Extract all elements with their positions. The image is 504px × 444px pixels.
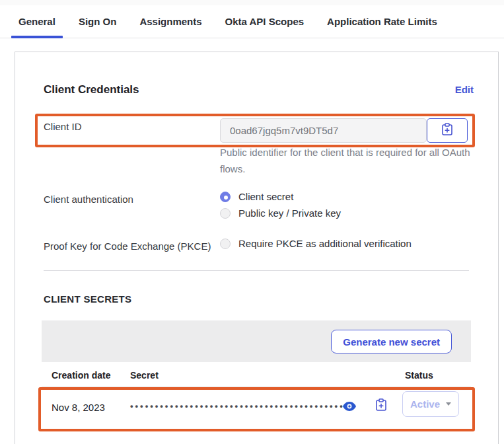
table-row: Nov 8, 2023 ••••••••••••••••••••••••••••… xyxy=(42,387,471,429)
checkbox-icon[interactable] xyxy=(220,239,231,249)
client-credentials-card: Client Credentials Edit Client ID Public… xyxy=(15,52,499,444)
clipboard-copy-icon xyxy=(441,123,453,138)
client-secrets-toolbar: Generate new secret xyxy=(42,320,471,362)
tab-application-rate-limits[interactable]: Application Rate Limits xyxy=(320,5,445,38)
client-secrets-heading: CLIENT SECRETS xyxy=(44,293,131,305)
section-title-client-credentials: Client Credentials xyxy=(44,83,139,96)
radio-client-secret[interactable]: Client secret xyxy=(220,188,341,205)
radio-button-icon[interactable] xyxy=(220,208,231,219)
tab-okta-api-scopes[interactable]: Okta API Scopes xyxy=(218,5,312,38)
radio-button-icon[interactable] xyxy=(220,192,231,202)
checkbox-require-pkce-label: Require PKCE as additional verification xyxy=(238,238,412,249)
okta-app-settings-page: General Sign On Assignments Okta API Sco… xyxy=(0,0,504,444)
pkce-option-group: Require PKCE as additional verification xyxy=(220,235,412,252)
app-tab-bar: General Sign On Assignments Okta API Sco… xyxy=(0,5,504,38)
secrets-table-header: Creation date Secret Status xyxy=(42,362,471,387)
copy-secret-button[interactable] xyxy=(373,397,390,414)
tab-general[interactable]: General xyxy=(11,5,63,38)
client-id-help-text: Public identifier for the client that is… xyxy=(220,144,487,177)
eye-icon xyxy=(343,402,356,413)
client-id-input[interactable] xyxy=(220,118,427,143)
tab-sign-on[interactable]: Sign On xyxy=(71,5,124,38)
secret-status-dropdown[interactable]: Active xyxy=(402,391,459,417)
radio-client-secret-label: Client secret xyxy=(238,191,293,202)
masked-secret-value: ••••••••••••••••••••••••••••••••••••••••… xyxy=(130,401,345,411)
client-authentication-options: Client secret Public key / Private key xyxy=(220,188,341,221)
pkce-label: Proof Key for Code Exchange (PKCE) xyxy=(44,240,211,252)
radio-public-private-key-label: Public key / Private key xyxy=(238,207,341,219)
reveal-secret-button[interactable] xyxy=(341,398,358,416)
window-top-strip xyxy=(0,0,504,5)
checkbox-require-pkce[interactable]: Require PKCE as additional verification xyxy=(220,235,412,252)
radio-public-private-key[interactable]: Public key / Private key xyxy=(220,205,341,221)
client-authentication-label: Client authentication xyxy=(44,194,133,205)
clipboard-copy-icon xyxy=(375,398,387,414)
caret-down-icon xyxy=(446,402,451,406)
tab-assignments[interactable]: Assignments xyxy=(132,5,209,38)
secret-creation-date: Nov 8, 2023 xyxy=(52,402,105,413)
copy-client-id-button[interactable] xyxy=(427,118,468,143)
client-id-label: Client ID xyxy=(44,121,82,132)
status-badge: Active xyxy=(410,398,440,410)
column-header-secret: Secret xyxy=(130,370,159,381)
column-header-status: Status xyxy=(405,370,433,381)
section-divider xyxy=(44,270,469,271)
edit-link[interactable]: Edit xyxy=(455,84,474,95)
generate-new-secret-button[interactable]: Generate new secret xyxy=(331,330,452,353)
column-header-creation-date: Creation date xyxy=(52,370,110,381)
